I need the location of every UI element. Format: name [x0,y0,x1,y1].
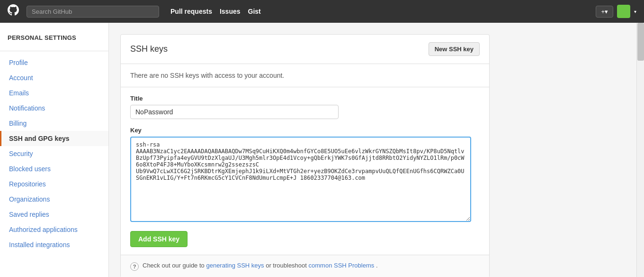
svg-rect-1 [623,7,624,8]
svg-rect-11 [627,11,628,12]
svg-rect-3 [627,7,628,8]
title-input[interactable] [130,105,339,119]
sidebar-item-account[interactable]: Account [0,70,108,85]
ssh-keys-panel: SSH keys New SSH key There are no SSH ke… [120,34,490,277]
top-navigation: Pull requests Issues Gist +▾ ▾ [0,0,644,23]
new-ssh-key-button[interactable]: New SSH key [429,42,480,56]
pull-requests-link[interactable]: Pull requests [170,8,212,15]
svg-rect-2 [625,7,626,8]
generating-ssh-keys-link[interactable]: generating SSH keys [206,262,264,269]
scrollbar[interactable] [636,23,644,277]
sidebar-item-authorized-applications[interactable]: Authorized applications [0,222,108,237]
add-new-button[interactable]: +▾ [596,6,613,18]
sidebar-item-installed-integrations[interactable]: Installed integrations [0,237,108,252]
help-section: ? Check out our guide to generating SSH … [121,255,489,277]
help-text: Check out our guide to generating SSH ke… [143,262,378,269]
sidebar-divider-top [0,51,108,51]
sidebar-item-organizations[interactable]: Organizations [0,192,108,207]
help-text-middle: or troubleshoot [266,262,308,269]
github-logo-icon[interactable] [8,4,19,18]
main-content: SSH keys New SSH key There are no SSH ke… [109,23,644,277]
svg-rect-4 [620,9,621,10]
content-header: SSH keys New SSH key [121,35,489,64]
svg-rect-6 [625,9,626,10]
sidebar-item-repositories[interactable]: Repositories [0,176,108,192]
page-layout: Personal settings Profile Account Emails… [0,23,644,277]
issues-link[interactable]: Issues [220,8,241,15]
sidebar-item-saved-replies[interactable]: Saved replies [0,207,108,222]
sidebar-item-blocked-users[interactable]: Blocked users [0,161,108,176]
sidebar-item-notifications[interactable]: Notifications [0,101,108,116]
help-text-suffix: . [376,262,378,269]
avatar-dropdown-icon: ▾ [634,9,636,14]
svg-rect-7 [627,9,628,10]
topnav-right: +▾ ▾ [596,5,636,18]
sidebar-item-ssh-gpg-keys[interactable]: SSH and GPG keys [0,131,108,146]
ssh-key-form: Title Key ssh-rsa AAAAB3NzaC1yc2EAAAADAQ… [121,87,489,255]
key-textarea[interactable]: ssh-rsa AAAAB3NzaC1yc2EAAAADAQABAABAQDw7… [130,137,471,222]
sidebar-item-profile[interactable]: Profile [0,55,108,70]
title-form-group: Title [130,95,480,119]
title-label: Title [130,95,480,102]
sidebar-item-billing[interactable]: Billing [0,116,108,131]
gist-link[interactable]: Gist [248,8,261,15]
svg-rect-9 [623,11,624,12]
scrollbar-thumb[interactable] [637,23,644,61]
help-text-prefix: Check out our guide to [143,262,205,269]
svg-rect-5 [623,9,624,10]
svg-rect-8 [620,11,621,12]
svg-rect-0 [620,7,621,8]
avatar-icon [619,6,628,17]
sidebar-item-security[interactable]: Security [0,146,108,161]
search-input[interactable] [27,6,159,18]
help-icon: ? [130,262,139,271]
avatar[interactable] [617,5,630,18]
topnav-links: Pull requests Issues Gist [170,8,261,15]
common-ssh-problems-link[interactable]: common SSH Problems [309,262,375,269]
no-keys-message: There are no SSH keys with access to you… [121,64,489,87]
page-title: SSH keys [130,44,168,54]
sidebar-section-title: Personal settings [0,30,108,47]
add-ssh-key-button[interactable]: Add SSH key [130,231,188,247]
key-form-group: Key ssh-rsa AAAAB3NzaC1yc2EAAAADAQABAABA… [130,127,480,223]
key-label: Key [130,127,480,134]
sidebar: Personal settings Profile Account Emails… [0,23,109,277]
svg-rect-10 [625,11,626,12]
sidebar-item-emails[interactable]: Emails [0,85,108,101]
